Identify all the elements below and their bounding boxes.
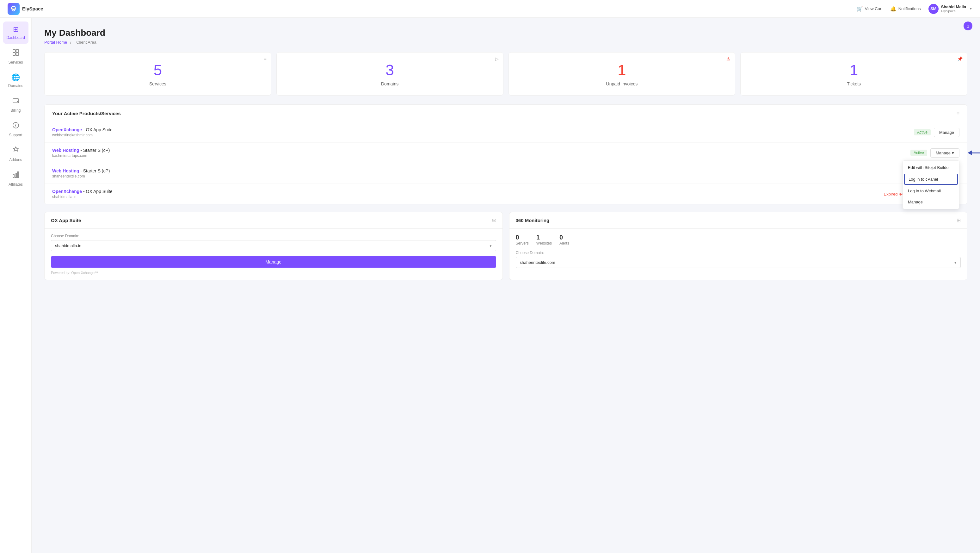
dropdown-item-manage[interactable]: Manage xyxy=(903,196,959,207)
domain-select-ox[interactable]: shahidmalla.in xyxy=(51,240,496,251)
sidebar-item-affiliates[interactable]: Affiliates xyxy=(3,167,29,190)
breadcrumb-current: Client Area xyxy=(76,40,97,45)
powered-by-text: Powered by: Open-Xchange™ xyxy=(51,271,496,275)
mon-servers: 0 Servers xyxy=(516,234,529,245)
svg-rect-4 xyxy=(16,53,19,55)
addons-icon xyxy=(12,146,20,156)
manage-button-0[interactable]: Manage xyxy=(934,128,959,137)
stat-label-tickets: Tickets xyxy=(747,81,961,86)
cart-icon: 🛒 xyxy=(857,6,863,12)
product-name-1: Web Hosting - Starter S (cP) xyxy=(52,148,110,153)
product-domain-1: kashmirstartups.com xyxy=(52,153,110,158)
product-info-0: OpenXchange - OX App Suite webhostingkas… xyxy=(52,127,113,137)
domain-select-wrapper-ox: shahidmalla.in ▼ xyxy=(51,240,496,251)
product-name-2: Web Hosting - Starter S (cP) xyxy=(52,168,110,174)
notification-badge[interactable]: 1 xyxy=(964,22,972,30)
stat-card-tickets[interactable]: 📌 1 Tickets xyxy=(740,52,967,96)
page-title: My Dashboard xyxy=(44,28,967,38)
product-actions-1: Active Manage ▾ Edit with Sitejet Builde… xyxy=(910,148,959,158)
sidebar-item-billing[interactable]: Billing xyxy=(3,93,29,116)
manage-dropdown-menu: Edit with Sitejet Builder Log in to cPan… xyxy=(902,160,959,209)
products-section-title: Your Active Products/Services xyxy=(52,111,121,116)
user-menu[interactable]: SM Shahid Malla ElySpace ▼ xyxy=(929,4,972,14)
stats-row: ≡ 5 Services ▷ 3 Domains ⚠ 1 Unpaid Invo… xyxy=(44,52,967,96)
dropdown-item-webmail[interactable]: Log in to Webmail xyxy=(903,185,959,196)
manage-dropdown-button-1[interactable]: Manage ▾ xyxy=(930,148,959,158)
svg-rect-8 xyxy=(13,175,14,177)
stat-number-invoices: 1 xyxy=(515,61,729,79)
dashboard-icon: ⊞ xyxy=(13,25,19,33)
sidebar-item-domains[interactable]: 🌐 Domains xyxy=(3,70,29,92)
stat-label-invoices: Unpaid Invoices xyxy=(515,81,729,86)
product-name-3: OpenXchange - OX App Suite xyxy=(52,189,113,194)
breadcrumb-home[interactable]: Portal Home xyxy=(44,40,67,45)
stat-number-services: 5 xyxy=(51,61,265,79)
sidebar-addons-label: Addons xyxy=(9,158,22,162)
sidebar-item-dashboard[interactable]: ⊞ Dashboard xyxy=(3,22,29,44)
products-section-header: Your Active Products/Services ≡ xyxy=(45,105,967,122)
user-space: ElySpace xyxy=(941,9,966,13)
sidebar-item-support[interactable]: Support xyxy=(3,118,29,141)
monitoring-stats: 0 Servers 1 Websites 0 Alerts xyxy=(516,234,961,245)
stat-card-invoices[interactable]: ⚠ 1 Unpaid Invoices xyxy=(509,52,735,96)
product-domain-3: shahidmalla.in xyxy=(52,194,113,199)
products-section-icon: ≡ xyxy=(956,110,959,116)
product-actions-0: Active Manage xyxy=(914,128,959,137)
stat-card-domains[interactable]: ▷ 3 Domains xyxy=(277,52,503,96)
ox-panel-icon: ✉ xyxy=(492,217,496,223)
logo-text-block: ElySpace xyxy=(22,6,43,12)
dropdown-item-cpanel[interactable]: Log in to cPanel xyxy=(904,174,958,185)
bottom-row: OX App Suite ✉ Choose Domain: shahidmall… xyxy=(44,212,967,280)
product-row-3: OpenXchange - OX App Suite shahidmalla.i… xyxy=(45,184,967,204)
mon-websites: 1 Websites xyxy=(536,234,552,245)
product-name-0: OpenXchange - OX App Suite xyxy=(52,127,113,132)
dropdown-item-sitejet[interactable]: Edit with Sitejet Builder xyxy=(903,162,959,173)
monitoring-panel-title: 360 Monitoring xyxy=(516,218,550,223)
domain-select-mon[interactable]: shaheentextile.com xyxy=(516,257,961,268)
breadcrumb-separator: / xyxy=(70,40,72,45)
sidebar-item-addons[interactable]: Addons xyxy=(3,142,29,166)
mon-websites-label: Websites xyxy=(536,241,552,245)
sidebar-item-label: Dashboard xyxy=(6,35,25,40)
mon-servers-number: 0 xyxy=(516,234,529,241)
monitoring-panel-header: 360 Monitoring ⊞ xyxy=(509,212,967,229)
svg-rect-5 xyxy=(13,99,19,103)
sidebar: ⊞ Dashboard Services 🌐 Domains Billing xyxy=(0,18,32,290)
view-cart-label: View Cart xyxy=(865,6,883,11)
product-domain-0: webhostingkashmir.com xyxy=(52,133,113,137)
ox-manage-button[interactable]: Manage xyxy=(51,256,496,268)
svg-rect-3 xyxy=(13,53,16,55)
ox-panel-title: OX App Suite xyxy=(51,218,81,223)
sidebar-affiliates-label: Affiliates xyxy=(8,182,23,186)
user-name: Shahid Malla xyxy=(941,5,966,9)
ox-panel-header: OX App Suite ✉ xyxy=(45,212,503,229)
support-icon xyxy=(12,121,20,131)
logo-name: ElySpace xyxy=(22,6,43,11)
notifications-label: Notifications xyxy=(899,6,921,11)
stat-icon-invoices: ⚠ xyxy=(726,56,730,61)
affiliates-icon xyxy=(12,171,20,180)
notifications-button[interactable]: 🔔 Notifications xyxy=(890,6,921,12)
top-bar: ElySpace 🛒 View Cart 🔔 Notifications SM … xyxy=(0,0,980,18)
product-row-1: Web Hosting - Starter S (cP) kashmirstar… xyxy=(45,143,967,163)
chevron-down-icon: ▼ xyxy=(969,7,972,10)
ox-panel: OX App Suite ✉ Choose Domain: shahidmall… xyxy=(44,212,503,280)
mon-websites-number: 1 xyxy=(536,234,552,241)
products-section: Your Active Products/Services ≡ OpenXcha… xyxy=(44,104,967,204)
sidebar-domains-label: Domains xyxy=(8,83,23,88)
sidebar-billing-label: Billing xyxy=(10,108,21,113)
choose-domain-label-mon: Choose Domain: xyxy=(516,250,961,255)
view-cart-button[interactable]: 🛒 View Cart xyxy=(857,6,883,12)
main-content: My Dashboard Portal Home / Client Area ≡… xyxy=(32,18,980,290)
arrow-head xyxy=(968,150,972,155)
arrow-annotation xyxy=(968,150,980,155)
arrow-line xyxy=(972,153,980,153)
stat-icon-tickets: 📌 xyxy=(957,56,963,61)
monitoring-panel: 360 Monitoring ⊞ 0 Servers 1 Websites 0 … xyxy=(509,212,968,280)
stat-card-services[interactable]: ≡ 5 Services xyxy=(44,52,271,96)
svg-rect-1 xyxy=(13,50,16,52)
stat-label-services: Services xyxy=(51,81,265,86)
top-bar-right: 🛒 View Cart 🔔 Notifications SM Shahid Ma… xyxy=(857,4,972,14)
logo-icon xyxy=(8,3,20,15)
sidebar-item-services[interactable]: Services xyxy=(3,45,29,69)
